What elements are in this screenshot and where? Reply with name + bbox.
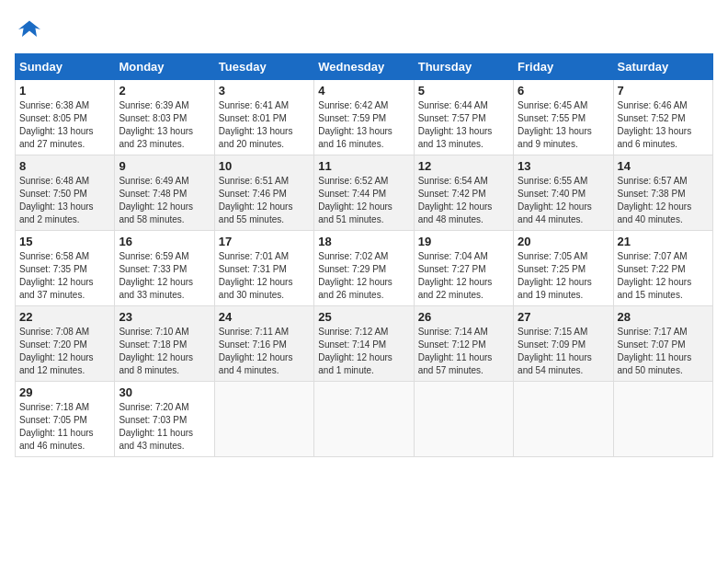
day-number: 20	[518, 235, 609, 248]
weekday-header-saturday: Saturday	[613, 54, 712, 80]
day-number: 26	[418, 310, 509, 324]
calendar-cell: 3Sunrise: 6:41 AM Sunset: 8:01 PM Daylig…	[214, 80, 313, 155]
calendar-row-1: 8Sunrise: 6:48 AM Sunset: 7:50 PM Daylig…	[16, 155, 713, 231]
calendar-cell: 26Sunrise: 7:14 AM Sunset: 7:12 PM Dayli…	[414, 306, 513, 382]
day-number: 8	[19, 159, 110, 173]
day-info: Sunrise: 7:14 AM Sunset: 7:12 PM Dayligh…	[418, 326, 509, 377]
day-number: 25	[318, 310, 409, 324]
day-number: 13	[518, 159, 609, 173]
day-info: Sunrise: 7:12 AM Sunset: 7:14 PM Dayligh…	[318, 326, 409, 377]
day-info: Sunrise: 7:10 AM Sunset: 7:18 PM Dayligh…	[119, 326, 210, 377]
day-info: Sunrise: 7:07 AM Sunset: 7:22 PM Dayligh…	[618, 250, 709, 302]
calendar-cell: 8Sunrise: 6:48 AM Sunset: 7:50 PM Daylig…	[16, 155, 115, 231]
day-number: 28	[618, 310, 709, 324]
day-number: 18	[318, 235, 409, 248]
day-number: 17	[219, 235, 310, 248]
calendar-cell: 1Sunrise: 6:38 AM Sunset: 8:05 PM Daylig…	[16, 80, 115, 155]
calendar-cell: 25Sunrise: 7:12 AM Sunset: 7:14 PM Dayli…	[314, 306, 414, 382]
day-number: 27	[518, 310, 609, 324]
weekday-header-row: SundayMondayTuesdayWednesdayThursdayFrid…	[16, 54, 713, 80]
day-info: Sunrise: 7:05 AM Sunset: 7:25 PM Dayligh…	[518, 250, 609, 302]
weekday-header-sunday: Sunday	[16, 54, 115, 80]
calendar-cell: 2Sunrise: 6:39 AM Sunset: 8:03 PM Daylig…	[115, 80, 214, 155]
day-info: Sunrise: 7:18 AM Sunset: 7:05 PM Dayligh…	[19, 401, 110, 453]
day-info: Sunrise: 6:44 AM Sunset: 7:57 PM Dayligh…	[418, 99, 509, 151]
calendar-cell: 4Sunrise: 6:42 AM Sunset: 7:59 PM Daylig…	[314, 80, 414, 155]
day-info: Sunrise: 7:04 AM Sunset: 7:27 PM Dayligh…	[418, 250, 509, 302]
day-info: Sunrise: 6:51 AM Sunset: 7:46 PM Dayligh…	[219, 175, 310, 226]
day-number: 19	[418, 235, 509, 248]
day-number: 6	[518, 84, 609, 98]
day-number: 29	[19, 385, 110, 399]
day-info: Sunrise: 6:48 AM Sunset: 7:50 PM Dayligh…	[19, 175, 110, 226]
day-number: 16	[119, 235, 210, 248]
day-info: Sunrise: 7:15 AM Sunset: 7:09 PM Dayligh…	[518, 326, 609, 377]
calendar-cell: 7Sunrise: 6:46 AM Sunset: 7:52 PM Daylig…	[613, 80, 712, 155]
calendar-cell: 6Sunrise: 6:45 AM Sunset: 7:55 PM Daylig…	[514, 80, 613, 155]
calendar-cell: 27Sunrise: 7:15 AM Sunset: 7:09 PM Dayli…	[514, 306, 613, 382]
day-number: 2	[119, 84, 210, 98]
logo	[15, 15, 48, 44]
weekday-header-friday: Friday	[514, 54, 613, 80]
page-header	[15, 15, 713, 44]
day-info: Sunrise: 7:11 AM Sunset: 7:16 PM Dayligh…	[219, 326, 310, 377]
day-info: Sunrise: 7:17 AM Sunset: 7:07 PM Dayligh…	[618, 326, 709, 377]
day-number: 12	[418, 159, 509, 173]
calendar-cell: 18Sunrise: 7:02 AM Sunset: 7:29 PM Dayli…	[314, 231, 414, 306]
calendar-cell: 30Sunrise: 7:20 AM Sunset: 7:03 PM Dayli…	[115, 382, 214, 457]
day-info: Sunrise: 6:52 AM Sunset: 7:44 PM Dayligh…	[318, 175, 409, 226]
day-info: Sunrise: 6:45 AM Sunset: 7:55 PM Dayligh…	[518, 99, 609, 151]
calendar-row-4: 29Sunrise: 7:18 AM Sunset: 7:05 PM Dayli…	[16, 382, 713, 457]
calendar-row-2: 15Sunrise: 6:58 AM Sunset: 7:35 PM Dayli…	[16, 231, 713, 306]
day-number: 9	[119, 159, 210, 173]
calendar-cell: 14Sunrise: 6:57 AM Sunset: 7:38 PM Dayli…	[613, 155, 712, 231]
calendar-cell: 17Sunrise: 7:01 AM Sunset: 7:31 PM Dayli…	[214, 231, 313, 306]
day-info: Sunrise: 6:46 AM Sunset: 7:52 PM Dayligh…	[618, 99, 709, 151]
calendar-cell: 12Sunrise: 6:54 AM Sunset: 7:42 PM Dayli…	[414, 155, 513, 231]
day-number: 4	[318, 84, 409, 98]
day-info: Sunrise: 6:42 AM Sunset: 7:59 PM Dayligh…	[318, 99, 409, 151]
weekday-header-tuesday: Tuesday	[214, 54, 313, 80]
logo-bird-icon	[15, 15, 44, 44]
calendar-cell: 13Sunrise: 6:55 AM Sunset: 7:40 PM Dayli…	[514, 155, 613, 231]
weekday-header-wednesday: Wednesday	[314, 54, 414, 80]
day-number: 7	[618, 84, 709, 98]
day-info: Sunrise: 6:55 AM Sunset: 7:40 PM Dayligh…	[518, 175, 609, 226]
day-info: Sunrise: 6:38 AM Sunset: 8:05 PM Dayligh…	[19, 99, 110, 151]
day-info: Sunrise: 6:49 AM Sunset: 7:48 PM Dayligh…	[119, 175, 210, 226]
calendar-cell: 15Sunrise: 6:58 AM Sunset: 7:35 PM Dayli…	[16, 231, 115, 306]
day-info: Sunrise: 7:08 AM Sunset: 7:20 PM Dayligh…	[19, 326, 110, 377]
weekday-header-monday: Monday	[115, 54, 214, 80]
day-number: 5	[418, 84, 509, 98]
day-info: Sunrise: 6:59 AM Sunset: 7:33 PM Dayligh…	[119, 250, 210, 302]
calendar-cell: 19Sunrise: 7:04 AM Sunset: 7:27 PM Dayli…	[414, 231, 513, 306]
day-info: Sunrise: 6:41 AM Sunset: 8:01 PM Dayligh…	[219, 99, 310, 151]
calendar-cell	[314, 382, 414, 457]
calendar-cell	[414, 382, 513, 457]
day-info: Sunrise: 7:20 AM Sunset: 7:03 PM Dayligh…	[119, 401, 210, 453]
calendar-table: SundayMondayTuesdayWednesdayThursdayFrid…	[15, 53, 713, 457]
calendar-row-0: 1Sunrise: 6:38 AM Sunset: 8:05 PM Daylig…	[16, 80, 713, 155]
day-info: Sunrise: 6:58 AM Sunset: 7:35 PM Dayligh…	[19, 250, 110, 302]
day-info: Sunrise: 6:39 AM Sunset: 8:03 PM Dayligh…	[119, 99, 210, 151]
calendar-cell: 11Sunrise: 6:52 AM Sunset: 7:44 PM Dayli…	[314, 155, 414, 231]
calendar-cell: 21Sunrise: 7:07 AM Sunset: 7:22 PM Dayli…	[613, 231, 712, 306]
day-number: 21	[618, 235, 709, 248]
day-number: 14	[618, 159, 709, 173]
calendar-cell: 16Sunrise: 6:59 AM Sunset: 7:33 PM Dayli…	[115, 231, 214, 306]
day-number: 1	[19, 84, 110, 98]
calendar-cell: 22Sunrise: 7:08 AM Sunset: 7:20 PM Dayli…	[16, 306, 115, 382]
calendar-cell	[214, 382, 313, 457]
day-number: 10	[219, 159, 310, 173]
calendar-cell: 29Sunrise: 7:18 AM Sunset: 7:05 PM Dayli…	[16, 382, 115, 457]
calendar-cell: 23Sunrise: 7:10 AM Sunset: 7:18 PM Dayli…	[115, 306, 214, 382]
day-number: 15	[19, 235, 110, 248]
day-info: Sunrise: 6:54 AM Sunset: 7:42 PM Dayligh…	[418, 175, 509, 226]
day-info: Sunrise: 6:57 AM Sunset: 7:38 PM Dayligh…	[618, 175, 709, 226]
day-number: 3	[219, 84, 310, 98]
day-info: Sunrise: 7:02 AM Sunset: 7:29 PM Dayligh…	[318, 250, 409, 302]
day-number: 30	[119, 385, 210, 399]
calendar-cell: 9Sunrise: 6:49 AM Sunset: 7:48 PM Daylig…	[115, 155, 214, 231]
calendar-cell	[613, 382, 712, 457]
day-number: 11	[318, 159, 409, 173]
